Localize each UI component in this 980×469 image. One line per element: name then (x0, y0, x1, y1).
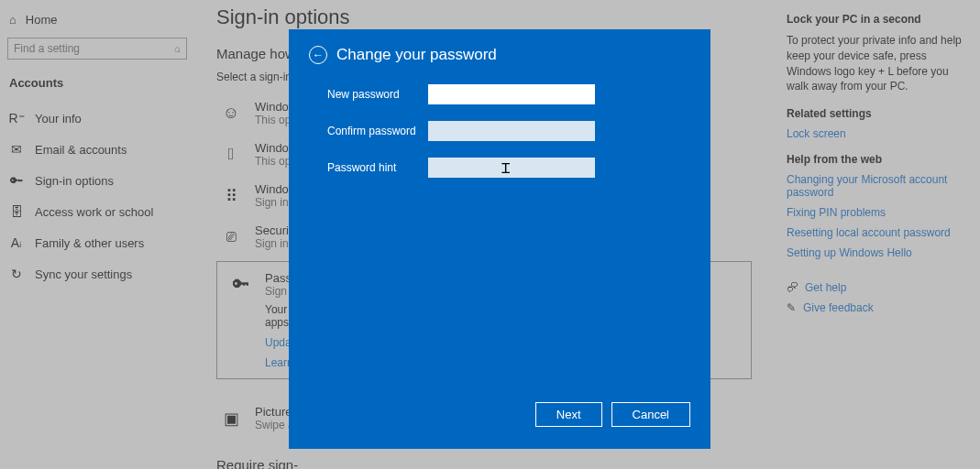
help-heading: Help from the web (787, 153, 967, 166)
require-heading: Require sign- (216, 457, 752, 469)
key-icon: 🔑︎ (9, 173, 24, 188)
new-password-input[interactable] (428, 84, 595, 104)
cancel-button[interactable]: Cancel (611, 402, 690, 427)
search-icon: ⌕ (174, 42, 181, 55)
lock-text: To protect your private info and help ke… (787, 33, 967, 94)
help-link-reset[interactable]: Resetting local account password (787, 226, 967, 239)
change-password-modal: ← Change your password New password Conf… (289, 29, 710, 449)
give-feedback-link[interactable]: ✎ Give feedback (787, 301, 967, 314)
modal-title: Change your password (336, 46, 497, 64)
picture-icon: ▣ (220, 408, 242, 430)
mail-icon: ✉ (9, 142, 24, 157)
sidebar-item-family-users[interactable]: AᵢFamily & other users (0, 227, 194, 258)
help-link-pin[interactable]: Fixing PIN problems (787, 206, 967, 219)
person-icon: R⁼ (9, 111, 24, 125)
password-hint-input[interactable] (428, 158, 595, 178)
sidebar: ⌂ Home Find a setting ⌕ Accounts R⁼Your … (0, 0, 194, 469)
lock-screen-link[interactable]: Lock screen (787, 127, 967, 140)
key-alt-icon: 🔑︎ (230, 274, 252, 296)
home-icon: ⌂ (9, 13, 17, 27)
people-icon: Aᵢ (9, 235, 24, 250)
usb-icon: ⎚ (220, 226, 242, 248)
face-icon: ☺ (220, 103, 242, 125)
back-button[interactable]: ← (309, 46, 327, 64)
confirm-password-label: Confirm password (327, 125, 428, 137)
fingerprint-icon: 𖣀 (220, 144, 242, 166)
search-input[interactable]: Find a setting ⌕ (7, 38, 187, 60)
sidebar-item-sign-in-options[interactable]: 🔑︎Sign-in options (0, 165, 194, 196)
modal-header: ← Change your password (309, 46, 690, 64)
help-link-hello[interactable]: Setting up Windows Hello (787, 246, 967, 259)
confirm-password-input[interactable] (428, 121, 595, 141)
sidebar-item-access-work-school[interactable]: 🗄︎Access work or school (0, 196, 194, 227)
text-cursor-icon: Ꮖ (501, 160, 511, 177)
pin-icon: ⠿ (220, 185, 242, 207)
related-heading: Related settings (787, 107, 967, 120)
help-link-ms-password[interactable]: Changing your Microsoft account password (787, 173, 967, 199)
right-sidebar: Lock your PC in a second To protect your… (774, 0, 980, 469)
page-title: Sign-in options (216, 5, 752, 29)
next-button[interactable]: Next (535, 402, 602, 427)
briefcase-icon: 🗄︎ (9, 204, 24, 219)
new-password-label: New password (327, 88, 428, 101)
password-hint-label: Password hint (327, 161, 428, 174)
search-placeholder: Find a setting (14, 42, 80, 55)
feedback-icon: ✎ (787, 301, 796, 314)
sidebar-item-email-accounts[interactable]: ✉Email & accounts (0, 134, 194, 165)
sync-icon: ↻ (9, 267, 24, 281)
home-button[interactable]: ⌂ Home (0, 7, 194, 32)
sidebar-section-title: Accounts (0, 69, 194, 103)
home-label: Home (26, 13, 58, 27)
sidebar-item-sync-settings[interactable]: ↻Sync your settings (0, 258, 194, 289)
lock-heading: Lock your PC in a second (787, 13, 967, 26)
help-icon: 🗪 (787, 281, 798, 294)
sidebar-item-your-info[interactable]: R⁼Your info (0, 103, 194, 134)
get-help-link[interactable]: 🗪 Get help (787, 281, 967, 294)
